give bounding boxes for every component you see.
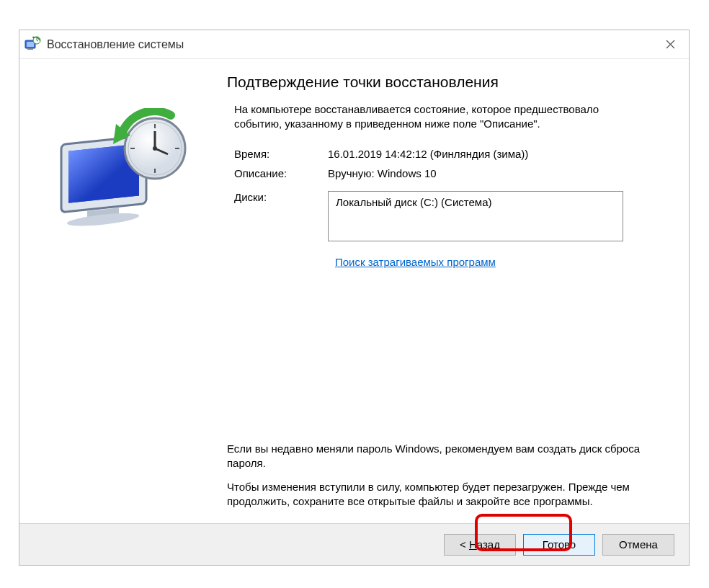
back-button[interactable]: < Назад: [444, 534, 516, 556]
button-bar: < Назад Готово Отмена: [19, 523, 689, 565]
dialog-body: Подтверждение точки восстановления На ко…: [19, 59, 689, 523]
system-restore-icon: [24, 36, 41, 53]
password-note: Если вы недавно меняли пароль Windows, р…: [227, 442, 672, 471]
scan-affected-programs-link[interactable]: Поиск затрагиваемых программ: [335, 256, 496, 268]
system-restore-dialog: Восстановление системы: [19, 30, 690, 566]
close-button[interactable]: [656, 32, 685, 57]
content-pane: Подтверждение точки восстановления На ко…: [218, 72, 672, 517]
restart-note: Чтобы изменения вступили в силу, компьют…: [227, 480, 672, 509]
page-heading: Подтверждение точки восстановления: [227, 74, 672, 91]
disks-label: Диски:: [234, 191, 328, 203]
svg-point-20: [153, 146, 157, 151]
finish-button[interactable]: Готово: [523, 534, 595, 556]
time-label: Время:: [234, 148, 328, 160]
description-value: Вручную: Windows 10: [328, 167, 672, 179]
disks-item[interactable]: Локальный диск (C:) (Система): [336, 196, 615, 208]
description-label: Описание:: [234, 167, 328, 179]
graphic-pane: [31, 72, 218, 517]
disks-listbox[interactable]: Локальный диск (C:) (Система): [328, 191, 623, 241]
svg-rect-1: [27, 42, 34, 47]
window-title: Восстановление системы: [47, 38, 656, 51]
cancel-button[interactable]: Отмена: [602, 534, 674, 556]
restore-graphic-icon: [53, 108, 197, 240]
time-value: 16.01.2019 14:42:12 (Финляндия (зима)): [328, 148, 672, 160]
titlebar: Восстановление системы: [19, 30, 689, 59]
svg-rect-2: [27, 48, 33, 50]
intro-text: На компьютере восстанавливается состояни…: [227, 102, 630, 132]
